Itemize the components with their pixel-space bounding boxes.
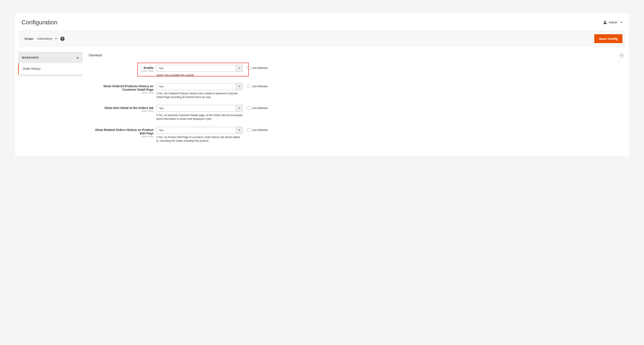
field-control-col: Yes Select Yes to enable this module — [156, 65, 243, 77]
chevron-down-icon — [238, 108, 240, 109]
field-extra-col: Use Website — [243, 127, 268, 132]
page-container: Configuration Admin Scope: orderhistory … — [15, 13, 629, 156]
field-note: if Yes, on backend Customer Details page… — [156, 114, 243, 121]
page-header: Configuration Admin — [15, 13, 629, 30]
section-collapse-toggle[interactable] — [620, 53, 624, 58]
select-dropdown-button — [236, 127, 242, 134]
field-label: Show Ordered Products History on Custome… — [89, 84, 154, 91]
save-config-button[interactable]: Save Config — [594, 34, 622, 43]
field-label-col: Show Related Orders History on Product E… — [89, 127, 156, 138]
scope-label: Scope: — [24, 37, 34, 40]
field-scope: [store view] — [89, 91, 154, 94]
chevron-up-icon — [77, 57, 79, 58]
select-value: Yes — [157, 83, 236, 90]
select-dropdown-button — [236, 83, 242, 90]
field-note: if Yes, on Product Edit Page of a produc… — [156, 136, 243, 143]
chevron-down-icon — [238, 86, 240, 87]
use-website-checkbox[interactable] — [247, 128, 250, 132]
sidebar-item-label: Order History — [22, 67, 40, 70]
sidebar-group-mageants[interactable]: MAGEANTS — [18, 52, 83, 63]
user-menu[interactable]: Admin — [603, 20, 622, 24]
field-scope: [store view] — [89, 110, 154, 112]
use-website-checkbox[interactable] — [247, 66, 250, 70]
use-website-label: Use Website — [252, 66, 268, 70]
chevron-down-icon — [238, 130, 240, 131]
show-item-detail-select[interactable]: Yes — [156, 105, 243, 112]
select-dropdown-button — [236, 105, 242, 112]
chevron-down-icon — [621, 22, 622, 23]
user-icon — [603, 20, 607, 24]
config-sidebar: MAGEANTS Order History — [18, 52, 83, 76]
field-label: Show Related Orders History on Product E… — [89, 128, 154, 135]
field-control-col: Yes if Yes, on Product Edit Page of a pr… — [156, 127, 243, 143]
field-note: Select Yes to enable this module — [156, 74, 243, 77]
page-title: Configuration — [22, 19, 58, 26]
toolbar: Scope: orderhistory ? Save Config — [18, 30, 626, 47]
field-row-enable-wrap: Enable [store view] Yes Select Yes to en… — [89, 64, 624, 82]
select-value: Yes — [157, 105, 236, 112]
chevron-down-icon — [55, 38, 57, 39]
use-website-checkbox[interactable] — [247, 85, 250, 88]
field-label-col: Show Ordered Products History on Custome… — [89, 83, 156, 94]
field-row-show-customer: Show Ordered Products History on Custome… — [89, 82, 624, 104]
field-control-col: Yes if Yes, the Ordered Products History… — [156, 83, 243, 99]
field-scope: [store view] — [89, 135, 154, 138]
section-header: General — [89, 52, 624, 64]
field-label: Show item Detail at the Orders tab — [89, 106, 154, 110]
field-extra-col: Use Website — [243, 105, 268, 110]
field-note: if Yes, the Ordered Products History tab… — [156, 92, 243, 99]
use-website-label: Use Website — [252, 85, 268, 88]
field-label-col: Enable [store view] — [89, 65, 156, 72]
field-label: Enable — [89, 66, 154, 70]
field-row-enable: Enable [store view] Yes Select Yes to en… — [89, 64, 624, 82]
sidebar-divider — [18, 74, 83, 76]
field-scope: [store view] — [89, 70, 154, 72]
content-row: MAGEANTS Order History General Enabl — [18, 52, 626, 148]
chevron-down-icon — [238, 68, 240, 69]
field-row-show-item-detail: Show item Detail at the Orders tab [stor… — [89, 104, 624, 126]
use-website-checkbox[interactable] — [247, 106, 250, 110]
config-main: General Enable [store view] Yes — [89, 52, 626, 148]
scope-selector[interactable]: orderhistory — [37, 37, 57, 40]
field-label-col: Show item Detail at the Orders tab [stor… — [89, 105, 156, 112]
select-value: Yes — [157, 65, 236, 72]
field-control-col: Yes if Yes, on backend Customer Details … — [156, 105, 243, 121]
show-related-select[interactable]: Yes — [156, 127, 243, 134]
user-name: Admin — [609, 21, 617, 24]
help-icon[interactable]: ? — [60, 36, 64, 41]
section-title: General — [89, 53, 102, 58]
field-row-show-related: Show Related Orders History on Product E… — [89, 126, 624, 148]
field-extra-col: Use Website — [243, 65, 268, 70]
scope-area: Scope: orderhistory ? — [24, 36, 64, 41]
show-customer-select[interactable]: Yes — [156, 83, 243, 90]
sidebar-item-order-history[interactable]: Order History — [18, 63, 83, 74]
select-dropdown-button — [236, 65, 242, 72]
use-website-label: Use Website — [252, 128, 268, 132]
scope-value: orderhistory — [37, 37, 52, 40]
use-website-label: Use Website — [252, 106, 268, 110]
sidebar-group-label: MAGEANTS — [22, 56, 39, 59]
field-extra-col: Use Website — [243, 83, 268, 88]
chevron-up-icon — [621, 55, 622, 56]
select-value: Yes — [157, 127, 236, 134]
enable-select[interactable]: Yes — [156, 65, 243, 72]
